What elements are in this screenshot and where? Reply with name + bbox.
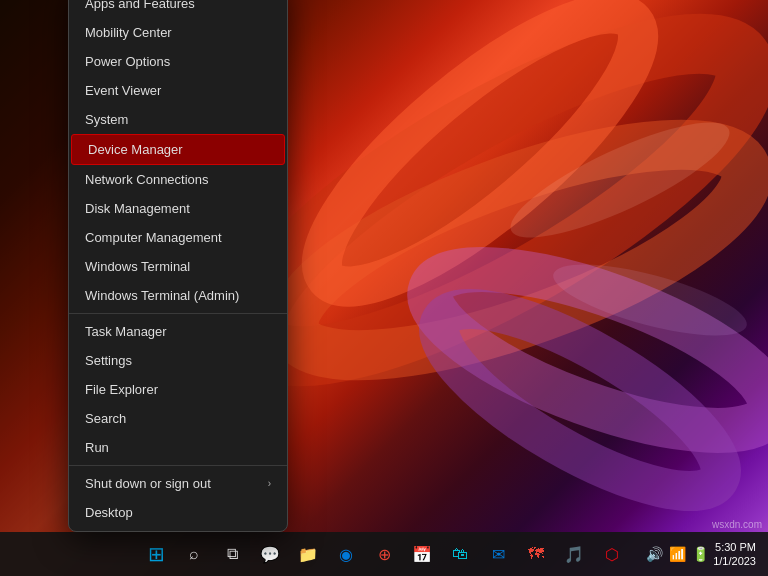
maps-icon[interactable]: 🗺 [518,536,554,572]
menu-item-computer-management[interactable]: Computer Management [69,223,287,252]
cast-icon[interactable]: ⬡ [594,536,630,572]
start-button[interactable]: ⊞ [138,536,174,572]
mail-icon[interactable]: ✉ [480,536,516,572]
menu-item-search[interactable]: Search [69,404,287,433]
menu-item-desktop[interactable]: Desktop [69,498,287,527]
task-view-button[interactable]: ⧉ [214,536,250,572]
menu-item-apps-features[interactable]: Apps and Features [69,0,287,18]
menu-item-settings[interactable]: Settings [69,346,287,375]
menu-item-network-connections[interactable]: Network Connections [69,165,287,194]
context-menu: Apps and FeaturesMobility CenterPower Op… [68,0,288,532]
taskbar-system-tray: 🔊📶🔋5:30 PM1/1/2023 [644,540,760,569]
store-icon[interactable]: 🛍 [442,536,478,572]
menu-item-file-explorer[interactable]: File Explorer [69,375,287,404]
taskbar-clock[interactable]: 5:30 PM1/1/2023 [713,540,756,569]
file-explorer-button[interactable]: 📁 [290,536,326,572]
menu-item-device-manager[interactable]: Device Manager [71,134,285,165]
menu-item-event-viewer[interactable]: Event Viewer [69,76,287,105]
calendar-icon[interactable]: 📅 [404,536,440,572]
menu-item-power-options[interactable]: Power Options [69,47,287,76]
spotify-icon[interactable]: 🎵 [556,536,592,572]
menu-item-windows-terminal-admin[interactable]: Windows Terminal (Admin) [69,281,287,310]
teams-icon[interactable]: 💬 [252,536,288,572]
menu-item-disk-management[interactable]: Disk Management [69,194,287,223]
taskbar: ⊞⌕⧉💬📁◉⊕📅🛍✉🗺🎵⬡🔊📶🔋5:30 PM1/1/2023 [0,532,768,576]
edge-icon[interactable]: ◉ [328,536,364,572]
submenu-arrow-icon: › [268,478,271,489]
menu-item-shut-down-sign-out[interactable]: Shut down or sign out› [69,469,287,498]
menu-item-task-manager[interactable]: Task Manager [69,317,287,346]
menu-item-system[interactable]: System [69,105,287,134]
chrome-icon[interactable]: ⊕ [366,536,402,572]
volume-icon[interactable]: 🔊 [644,546,665,562]
search-taskbar-button[interactable]: ⌕ [176,536,212,572]
network-icon[interactable]: 📶 [667,546,688,562]
menu-item-windows-terminal[interactable]: Windows Terminal [69,252,287,281]
menu-separator [69,465,287,466]
battery-icon[interactable]: 🔋 [690,546,711,562]
menu-separator [69,313,287,314]
menu-item-mobility-center[interactable]: Mobility Center [69,18,287,47]
menu-item-run[interactable]: Run [69,433,287,462]
